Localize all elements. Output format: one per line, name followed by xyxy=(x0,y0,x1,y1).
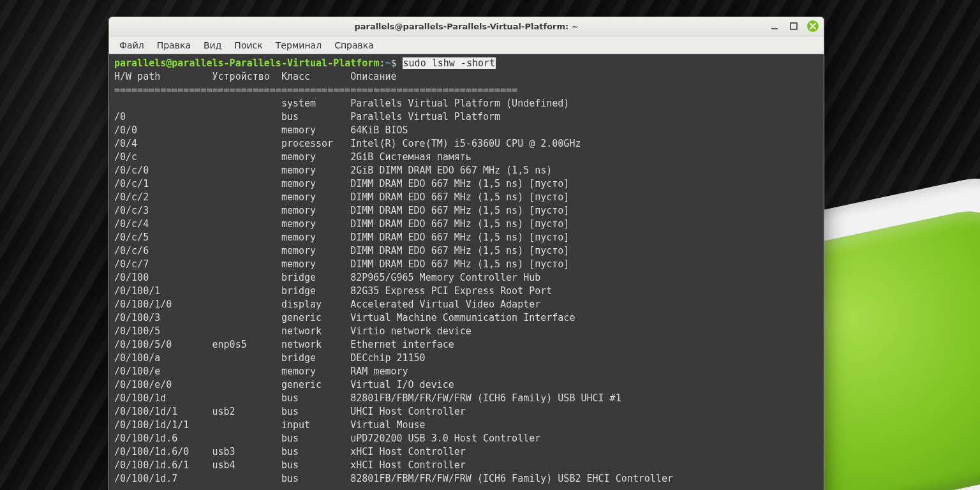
cell-description: 2GiB Системная память xyxy=(350,151,471,164)
maximize-icon xyxy=(789,22,798,31)
cell-class: system xyxy=(281,97,350,110)
cell-class: memory xyxy=(281,365,350,378)
cell-device xyxy=(212,325,281,338)
table-row: /0/100/1d.7 bus 82801FB/FBM/FR/FW/FRW (I… xyxy=(114,472,819,486)
cell-class: memory xyxy=(281,231,350,244)
cell-hw-path: /0/c/0 xyxy=(114,164,212,177)
command-text: sudo lshw -short xyxy=(403,57,496,69)
menu-file[interactable]: Файл xyxy=(113,38,151,53)
table-row: /0/c/2 memory DIMM DRAM EDO 667 MHz (1,5… xyxy=(114,191,819,204)
table-divider: ========================================… xyxy=(114,84,819,97)
minimize-icon xyxy=(770,22,779,31)
terminal-viewport[interactable]: parallels@parallels-Parallels-Virtual-Pl… xyxy=(109,54,824,490)
cell-class: memory xyxy=(281,204,350,218)
menu-view[interactable]: Вид xyxy=(197,38,228,53)
cell-description: DECchip 21150 xyxy=(350,352,425,365)
cell-hw-path: /0/100/1d.6 xyxy=(114,432,212,445)
cell-device xyxy=(212,432,281,445)
cell-description: Virtual Machine Communication Interface xyxy=(350,311,575,325)
window-maximize-button[interactable] xyxy=(788,20,799,32)
cell-device xyxy=(212,258,281,271)
cell-description: DIMM DRAM EDO 667 MHz (1,5 ns) [пусто] xyxy=(350,191,569,204)
cell-description: Parallels Virtual Platform (Undefined) xyxy=(350,97,569,110)
window-close-button[interactable] xyxy=(807,20,819,32)
cell-class: memory xyxy=(281,151,350,164)
table-row: /0/100/5 network Virtio network device xyxy=(114,325,819,338)
cell-device xyxy=(212,97,281,110)
cell-description: Virtual I/O device xyxy=(350,378,454,392)
cell-hw-path: /0/c/2 xyxy=(114,191,212,204)
cell-class: bus xyxy=(281,405,350,419)
table-row: /0/c/1 memory DIMM DRAM EDO 667 MHz (1,5… xyxy=(114,177,819,191)
cell-hw-path: /0/100/1d/1/1 xyxy=(114,419,212,432)
table-row: /0/100/1d bus 82801FB/FBM/FR/FW/FRW (ICH… xyxy=(114,392,819,405)
cell-description: DIMM DRAM EDO 667 MHz (1,5 ns) [пусто] xyxy=(350,231,569,244)
menu-edit[interactable]: Правка xyxy=(151,38,197,53)
cell-hw-path: /0/100/5/0 xyxy=(114,338,212,352)
menu-help[interactable]: Справка xyxy=(328,38,380,53)
cell-class: memory xyxy=(281,218,350,231)
cell-device xyxy=(212,244,281,258)
table-row: /0/c/5 memory DIMM DRAM EDO 667 MHz (1,5… xyxy=(114,231,819,244)
cell-class: processor xyxy=(281,137,350,151)
cell-class: bus xyxy=(281,472,350,486)
window-titlebar[interactable]: parallels@parallels-Parallels-Virtual-Pl… xyxy=(109,17,824,36)
cell-class: bridge xyxy=(281,352,350,365)
cell-device xyxy=(212,352,281,365)
cell-device xyxy=(212,191,281,204)
cell-hw-path: /0 xyxy=(114,110,212,124)
cell-description: 82801FB/FBM/FR/FW/FRW (ICH6 Family) USB2… xyxy=(350,472,673,486)
cell-description: 82G35 Express PCI Express Root Port xyxy=(350,285,552,298)
cell-class: memory xyxy=(281,191,350,204)
table-row: /0/c/6 memory DIMM DRAM EDO 667 MHz (1,5… xyxy=(114,244,819,258)
window-minimize-button[interactable] xyxy=(769,20,780,32)
menu-terminal[interactable]: Терминал xyxy=(269,38,328,53)
cell-description: 64KiB BIOS xyxy=(350,124,408,137)
table-row: /0/100/5/0 enp0s5 network Ethernet inter… xyxy=(114,338,819,352)
cell-device xyxy=(212,311,281,325)
menu-search[interactable]: Поиск xyxy=(228,38,269,53)
cell-device xyxy=(212,285,281,298)
cell-hw-path: /0/100/e/0 xyxy=(114,378,212,392)
table-row: /0/100/1/0 display Accelerated Virtual V… xyxy=(114,298,819,311)
window-controls xyxy=(769,20,819,32)
table-row: /0/100/e/0 generic Virtual I/O device xyxy=(114,378,819,392)
header-class: Класс xyxy=(281,70,350,84)
table-row: /0/100/e memory RAM memory xyxy=(114,365,819,378)
table-header: H/W pathУстройствоКлассОписание xyxy=(114,70,819,84)
table-row: /0/c/7 memory DIMM DRAM EDO 667 MHz (1,5… xyxy=(114,258,819,271)
cell-class: memory xyxy=(281,124,350,137)
cell-device xyxy=(212,110,281,124)
cell-hw-path: /0/100/1/0 xyxy=(114,298,212,311)
cell-description: 82801FB/FBM/FR/FW/FRW (ICH6 Family) USB … xyxy=(350,392,621,405)
table-row: /0/c/3 memory DIMM DRAM EDO 667 MHz (1,5… xyxy=(114,204,819,218)
cell-hw-path: /0/100/1d.6/0 xyxy=(114,445,212,459)
terminal-window: parallels@parallels-Parallels-Virtual-Pl… xyxy=(108,17,824,490)
cell-description: Virtual Mouse xyxy=(350,419,425,432)
cell-description: 82P965/G965 Memory Controller Hub xyxy=(350,271,540,285)
cell-description: Intel(R) Core(TM) i5-6360U CPU @ 2.00GHz xyxy=(350,137,581,151)
cell-hw-path: /0/100 xyxy=(114,271,212,285)
cell-hw-path: /0/4 xyxy=(114,137,212,151)
table-row: /0/100/a bridge DECchip 21150 xyxy=(114,352,819,365)
cell-device xyxy=(212,124,281,137)
cell-description: UHCI Host Controller xyxy=(350,405,466,419)
cell-description: Virtio network device xyxy=(350,325,471,338)
cell-device xyxy=(212,298,281,311)
cell-device xyxy=(212,137,281,151)
table-body: system Parallels Virtual Platform (Undef… xyxy=(114,97,819,486)
table-row: /0/100/1 bridge 82G35 Express PCI Expres… xyxy=(114,285,819,298)
cell-hw-path: /0/100/1d/1 xyxy=(114,405,212,419)
cell-hw-path: /0/100/1d.6/1 xyxy=(114,459,212,472)
cell-device xyxy=(212,378,281,392)
table-row: system Parallels Virtual Platform (Undef… xyxy=(114,97,819,110)
cell-description: DIMM DRAM EDO 667 MHz (1,5 ns) [пусто] xyxy=(350,177,569,191)
cell-device xyxy=(212,204,281,218)
cell-device: usb2 xyxy=(212,405,281,419)
cell-description: DIMM DRAM EDO 667 MHz (1,5 ns) [пусто] xyxy=(350,218,569,231)
prompt-line: parallels@parallels-Parallels-Virtual-Pl… xyxy=(114,57,819,70)
cell-class: bus xyxy=(281,392,350,405)
cell-device xyxy=(212,218,281,231)
cell-class: network xyxy=(281,338,350,352)
cell-class: memory xyxy=(281,244,350,258)
